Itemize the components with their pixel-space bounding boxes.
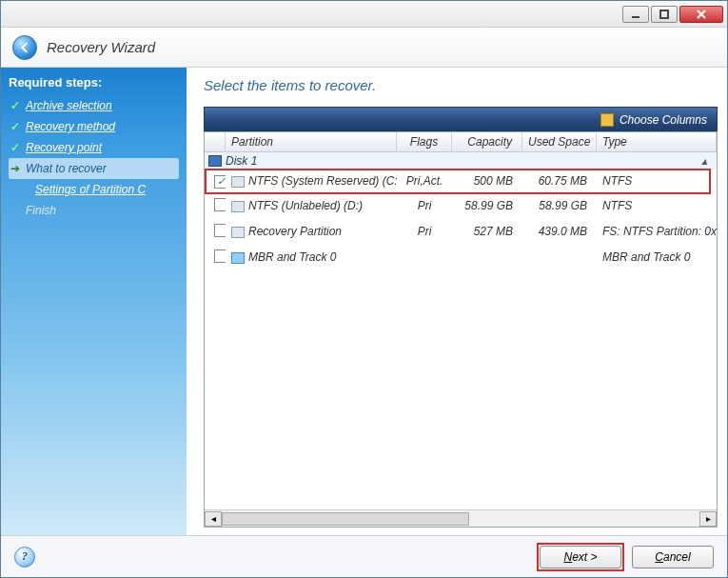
- step-recovery-point[interactable]: Recovery point: [9, 137, 179, 158]
- volume-icon: [231, 176, 245, 188]
- mbr-icon: [231, 252, 245, 264]
- disk-label: Disk 1: [226, 154, 257, 168]
- grid-body: Disk 1 ▴ NTFS (System Reserved) (C:) Pri…: [205, 152, 717, 509]
- step-recovery-method[interactable]: Recovery method: [9, 116, 179, 137]
- sidebar: Required steps: Archive selection Recove…: [1, 68, 187, 535]
- next-highlight: Next >: [537, 543, 624, 571]
- disk-group[interactable]: Disk 1 ▴: [205, 152, 717, 169]
- titlebar: [1, 1, 727, 28]
- cell-used: 60.75 MB: [522, 171, 597, 190]
- cell-flags: [397, 254, 452, 260]
- volume-icon: [231, 227, 245, 238]
- table-row[interactable]: NTFS (System Reserved) (C:) Pri,Act. 500…: [205, 169, 717, 193]
- row-checkbox[interactable]: [214, 175, 226, 189]
- next-button[interactable]: Next >: [540, 546, 621, 568]
- cell-type: NTFS: [597, 196, 717, 215]
- partition-grid: Partition Flags Capacity Used Space Type…: [204, 131, 718, 528]
- row-checkbox[interactable]: [214, 198, 226, 211]
- choose-columns-icon: [600, 113, 614, 127]
- table-row[interactable]: Recovery Partition Pri 527 MB 439.0 MB F…: [205, 219, 717, 245]
- scroll-left-arrow[interactable]: ◂: [205, 511, 222, 527]
- grid-toolbar: Choose Columns: [204, 107, 718, 131]
- cell-used: 439.0 MB: [522, 222, 597, 241]
- footer: ? Next > Cancel: [1, 535, 727, 577]
- header: Recovery Wizard: [1, 28, 727, 68]
- svg-rect-1: [660, 10, 668, 18]
- cell-type: NTFS: [597, 171, 717, 190]
- grid-header: Partition Flags Capacity Used Space Type: [205, 132, 717, 152]
- back-arrow-icon: [18, 41, 31, 54]
- maximize-button[interactable]: [651, 6, 678, 23]
- volume-icon: [231, 201, 245, 212]
- partition-name: MBR and Track 0: [248, 250, 336, 264]
- window-title: Recovery Wizard: [47, 39, 155, 55]
- horizontal-scrollbar[interactable]: ◂ ▸: [205, 509, 717, 527]
- cell-used: [522, 254, 597, 260]
- cell-capacity: [452, 254, 522, 260]
- main-panel: Select the items to recover. Choose Colu…: [187, 68, 727, 535]
- table-row[interactable]: MBR and Track 0 MBR and Track 0: [205, 245, 717, 270]
- cell-capacity: 58.99 GB: [452, 196, 522, 215]
- step-archive-selection[interactable]: Archive selection: [9, 95, 179, 116]
- disk-icon: [208, 155, 222, 167]
- cell-type: FS: NTFS Partition: 0x27 (Wi: [597, 222, 717, 241]
- step-finish: Finish: [9, 200, 179, 221]
- sidebar-heading: Required steps:: [9, 75, 179, 90]
- col-flags[interactable]: Flags: [397, 132, 452, 151]
- col-type[interactable]: Type: [597, 132, 717, 151]
- help-button[interactable]: ?: [14, 547, 35, 568]
- cell-capacity: 500 MB: [452, 171, 522, 190]
- scroll-track[interactable]: [222, 511, 699, 527]
- table-row[interactable]: NTFS (Unlabeled) (D:) Pri 58.99 GB 58.99…: [205, 193, 717, 219]
- choose-columns-button[interactable]: Choose Columns: [620, 113, 707, 127]
- row-checkbox[interactable]: [214, 249, 226, 263]
- close-button[interactable]: [679, 6, 723, 23]
- cell-capacity: 527 MB: [452, 222, 522, 241]
- minimize-button[interactable]: [622, 6, 649, 23]
- page-title: Select the items to recover.: [204, 77, 718, 93]
- col-used[interactable]: Used Space: [522, 132, 597, 151]
- cell-flags: Pri: [397, 222, 452, 241]
- recovery-wizard-window: Recovery Wizard Required steps: Archive …: [0, 0, 728, 578]
- partition-name: NTFS (System Reserved) (C:): [248, 174, 397, 188]
- cell-used: 58.99 GB: [522, 196, 597, 215]
- back-button[interactable]: [12, 35, 37, 60]
- step-settings-partition-c[interactable]: Settings of Partition C: [9, 179, 179, 200]
- col-checkbox: [205, 132, 226, 151]
- row-checkbox[interactable]: [214, 224, 226, 237]
- scroll-thumb[interactable]: [222, 512, 469, 526]
- cell-flags: Pri,Act.: [397, 171, 452, 190]
- partition-name: Recovery Partition: [248, 225, 342, 238]
- scroll-right-arrow[interactable]: ▸: [699, 511, 717, 527]
- collapse-icon[interactable]: ▴: [701, 154, 707, 168]
- cancel-button[interactable]: Cancel: [632, 546, 714, 568]
- col-partition[interactable]: Partition: [226, 132, 397, 151]
- svg-rect-0: [632, 16, 639, 18]
- col-capacity[interactable]: Capacity: [452, 132, 522, 151]
- cell-type: MBR and Track 0: [597, 248, 717, 267]
- partition-name: NTFS (Unlabeled) (D:): [248, 199, 363, 212]
- step-what-to-recover: What to recover: [9, 158, 179, 179]
- cell-flags: Pri: [397, 196, 452, 215]
